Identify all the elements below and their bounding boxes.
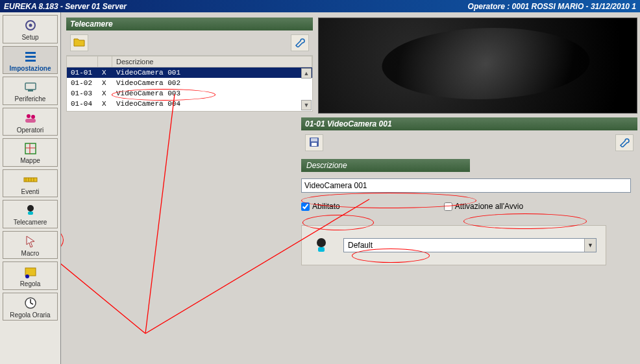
attivazione-label: Attivazione all'Avvio xyxy=(455,202,523,211)
list-header: Descrizione xyxy=(66,56,313,67)
clock-icon xyxy=(23,295,38,311)
combo-value: Default xyxy=(344,239,584,251)
svg-rect-5 xyxy=(25,83,36,90)
list-row[interactable]: 01-01 X VideoCamera 001 xyxy=(67,67,312,78)
nav-operatori-label: Operatori xyxy=(17,127,44,134)
left-nav: Setup Impostazione Periferiche Operatori… xyxy=(0,12,61,364)
checkbox-row: Abilitato Attivazione all'Avvio xyxy=(301,202,637,211)
abilitato-label: Abilitato xyxy=(312,202,340,211)
svg-rect-21 xyxy=(318,247,325,252)
row-flag: X xyxy=(98,68,112,77)
scroll-down-button[interactable]: ▼ xyxy=(301,100,312,110)
svg-rect-4 xyxy=(25,60,36,62)
main-area: Telecamere Descrizione xyxy=(61,12,640,364)
svg-line-24 xyxy=(61,239,145,334)
row-flag: X xyxy=(98,99,112,108)
row-desc: VideoCamera 001 xyxy=(112,68,312,77)
title-left: EUREKA 8.183 - Server 01 Server xyxy=(4,2,127,11)
nav-periferiche[interactable]: Periferiche xyxy=(3,77,58,105)
nav-mappe[interactable]: Mappe xyxy=(3,138,58,167)
camera-list-panel: Telecamere Descrizione xyxy=(66,18,313,112)
wrench-icon xyxy=(619,137,630,149)
nav-regola-label: Regola xyxy=(20,281,41,288)
nav-impostazione[interactable]: Impostazione xyxy=(3,46,58,75)
nav-macro-label: Macro xyxy=(21,250,40,258)
svg-rect-2 xyxy=(25,52,36,54)
detail-toolbar xyxy=(301,130,637,155)
nav-setup[interactable]: Setup xyxy=(3,15,58,43)
svg-line-22 xyxy=(145,94,175,334)
nav-mappe-label: Mappe xyxy=(20,158,40,165)
nav-impostazione-label: Impostazione xyxy=(10,66,51,73)
detail-tools-button[interactable] xyxy=(615,134,634,151)
ruler-icon xyxy=(23,172,38,188)
list-row[interactable]: 01-02 X VideoCamera 002 xyxy=(67,78,312,88)
nav-eventi[interactable]: Eventi xyxy=(3,169,58,198)
annotation-ellipse xyxy=(61,224,64,256)
sliders-icon xyxy=(23,49,38,64)
camera-icon xyxy=(311,235,332,256)
list-tools-button[interactable] xyxy=(291,34,309,51)
list-row[interactable]: 01-04 X VideoCamera 004 xyxy=(67,99,312,109)
svg-point-15 xyxy=(25,274,29,278)
list-header-col3[interactable]: Descrizione xyxy=(112,56,312,67)
nav-regola-oraria-label: Regola Oraria xyxy=(10,312,50,319)
map-icon xyxy=(23,141,38,156)
attivazione-checkbox[interactable]: Attivazione all'Avvio xyxy=(444,202,523,211)
row-desc: VideoCamera 002 xyxy=(112,79,312,88)
row-flag: X xyxy=(98,89,112,98)
nav-operatori[interactable]: Operatori xyxy=(3,108,58,136)
nav-eventi-label: Eventi xyxy=(21,189,40,196)
save-icon xyxy=(309,137,319,149)
row-code: 01-02 xyxy=(67,79,98,88)
row-code: 01-03 xyxy=(67,89,98,98)
abilitato-checkbox[interactable]: Abilitato xyxy=(301,202,340,211)
nav-telecamere[interactable]: Telecamere xyxy=(3,200,58,228)
combo-dropdown-button[interactable]: ▼ xyxy=(584,239,596,252)
row-code: 01-01 xyxy=(67,68,98,77)
devices-icon xyxy=(23,79,38,95)
nav-regola[interactable]: Regola xyxy=(3,261,58,290)
svg-rect-18 xyxy=(311,138,317,141)
save-button[interactable] xyxy=(305,134,323,151)
title-bar: EUREKA 8.183 - Server 01 Server Operator… xyxy=(0,0,640,12)
list-body[interactable]: 01-01 X VideoCamera 001 01-02 X VideoCam… xyxy=(66,67,313,112)
gear-icon xyxy=(23,18,38,33)
svg-rect-3 xyxy=(25,56,36,58)
list-header-col1[interactable] xyxy=(67,56,98,67)
svg-rect-6 xyxy=(28,90,33,91)
camera-detail-panel: 01-01 VideoCamera 001 Descrizione xyxy=(301,117,637,265)
section-label-descrizione: Descrizione xyxy=(301,159,470,172)
svg-rect-13 xyxy=(28,212,33,215)
svg-point-8 xyxy=(31,115,35,119)
scroll-up-button[interactable]: ▲ xyxy=(301,68,312,79)
nav-regola-oraria[interactable]: Regola Oraria xyxy=(3,293,58,321)
video-preview xyxy=(318,18,637,114)
row-desc: VideoCamera 003 xyxy=(112,89,312,98)
folder-open-button[interactable] xyxy=(70,34,88,51)
profile-combo[interactable]: Default ▼ xyxy=(343,238,597,252)
attivazione-check-input[interactable] xyxy=(444,202,452,211)
svg-point-20 xyxy=(317,238,326,247)
list-row[interactable]: 01-03 X VideoCamera 003 xyxy=(67,88,312,99)
svg-rect-10 xyxy=(25,143,36,154)
row-desc: VideoCamera 004 xyxy=(112,99,312,108)
list-header-col2[interactable] xyxy=(98,56,112,67)
row-flag: X xyxy=(98,79,112,88)
svg-rect-19 xyxy=(312,143,317,146)
title-right: Operatore : 0001 ROSSI MARIO - 31/12/201… xyxy=(468,2,636,11)
abilitato-check-input[interactable] xyxy=(301,202,310,211)
nav-macro[interactable]: Macro xyxy=(3,231,58,260)
nav-telecamere-label: Telecamere xyxy=(14,219,47,226)
svg-rect-9 xyxy=(25,119,36,123)
cursor-icon xyxy=(23,234,38,249)
nav-setup-label: Setup xyxy=(21,34,38,42)
descrizione-input[interactable] xyxy=(301,178,631,193)
nav-periferiche-label: Periferiche xyxy=(15,96,46,103)
profile-group: Default ▼ xyxy=(301,225,606,265)
list-panel-title: Telecamere xyxy=(66,18,313,30)
folder-icon xyxy=(73,37,85,49)
wrench-icon xyxy=(294,37,306,49)
rule-icon xyxy=(23,264,38,280)
svg-point-12 xyxy=(27,205,34,212)
